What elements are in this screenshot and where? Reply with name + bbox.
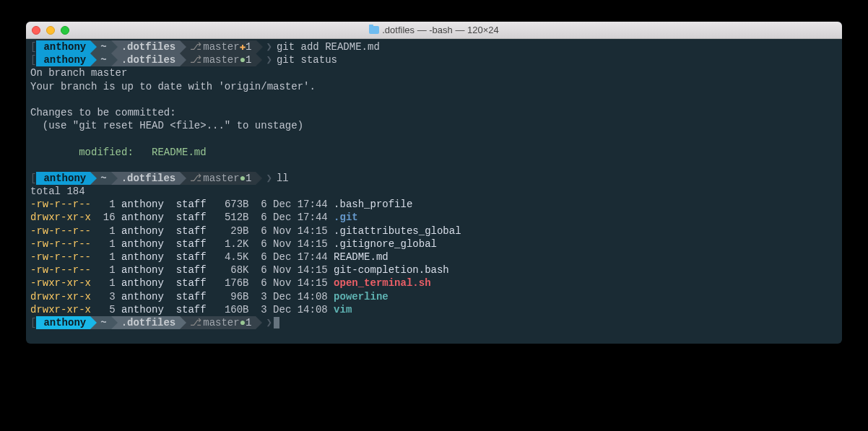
window-title-text: .dotfiles — -bash — 120×24 xyxy=(382,25,499,35)
prompt-dir: .dotfiles xyxy=(111,40,181,53)
file-name: open_terminal.sh xyxy=(334,277,430,289)
terminal-body[interactable]: [ anthony ~ .dotfiles ⎇ master ✚ 1 ❯ git… xyxy=(26,39,842,344)
file-row: -rw-r--r-- 1 anthony staff 673B 6 Dec 17… xyxy=(30,198,838,211)
branch-icon: ⎇ xyxy=(190,53,201,66)
branch-icon: ⎇ xyxy=(190,316,201,329)
prompt-user: anthony xyxy=(36,40,90,53)
file-name: .bash_profile xyxy=(334,199,412,210)
output-line: On branch master xyxy=(30,66,127,79)
titlebar[interactable]: .dotfiles — -bash — 120×24 xyxy=(26,22,842,39)
prompt-line-active: [ anthony ~ .dotfiles ⎇ master ● 1 ❯ xyxy=(30,316,838,329)
prompt-dir: .dotfiles xyxy=(111,53,181,66)
file-row: drwxr-xr-x 3 anthony staff 96B 3 Dec 14:… xyxy=(30,290,838,303)
terminal-window: .dotfiles — -bash — 120×24 [ anthony ~ .… xyxy=(26,22,842,344)
prompt-git: ⎇ master ● 1 xyxy=(180,53,256,66)
prompt-line: [ anthony ~ .dotfiles ⎇ master ✚ 1 ❯ git… xyxy=(30,40,838,53)
output-line: (use "git reset HEAD <file>..." to unsta… xyxy=(30,119,303,132)
prompt-line: [ anthony ~ .dotfiles ⎇ master ● 1 ❯ ll xyxy=(30,172,838,185)
prompt-git: ⎇ master ● 1 xyxy=(180,172,256,185)
prompt-git: ⎇ master ✚ 1 xyxy=(180,40,256,53)
file-row: -rwxr-xr-x 1 anthony staff 176B 6 Nov 14… xyxy=(30,277,838,289)
prompt-user: anthony xyxy=(36,53,90,66)
blank-line xyxy=(30,159,838,172)
output-line: modified: README.md xyxy=(30,146,207,159)
file-name: powerline xyxy=(334,291,389,302)
file-row: drwxr-xr-x 16 anthony staff 512B 6 Dec 1… xyxy=(30,211,838,224)
output-line: Changes to be committed: xyxy=(30,106,176,119)
prompt-user: anthony xyxy=(36,172,90,185)
cursor xyxy=(274,317,279,328)
command-text: ll xyxy=(277,172,289,185)
file-name: git-completion.bash xyxy=(334,264,449,276)
prompt-dir: .dotfiles xyxy=(111,172,181,185)
output-line: total 184 xyxy=(30,185,85,198)
file-row: -rw-r--r-- 1 anthony staff 68K 6 Nov 14:… xyxy=(30,264,838,277)
output-line: Your branch is up to date with 'origin/m… xyxy=(30,80,316,93)
file-row: -rw-r--r-- 1 anthony staff 29B 6 Nov 14:… xyxy=(30,225,838,238)
minimize-button[interactable] xyxy=(46,26,55,35)
file-row: -rw-r--r-- 1 anthony staff 1.2K 6 Nov 14… xyxy=(30,238,838,251)
zoom-button[interactable] xyxy=(61,26,69,35)
branch-icon: ⎇ xyxy=(190,40,201,53)
blank-line xyxy=(30,132,838,145)
prompt-user: anthony xyxy=(36,316,90,329)
file-name: .gitattributes_global xyxy=(334,225,461,237)
prompt-dir: .dotfiles xyxy=(111,316,181,329)
file-name: vim xyxy=(334,304,352,315)
file-name: README.md xyxy=(334,251,389,263)
blank-line xyxy=(30,93,838,106)
branch-icon: ⎇ xyxy=(190,172,201,185)
file-row: drwxr-xr-x 5 anthony staff 160B 3 Dec 14… xyxy=(30,303,838,316)
file-name: .gitignore_global xyxy=(334,238,437,250)
file-row: -rw-r--r-- 1 anthony staff 4.5K 6 Dec 17… xyxy=(30,251,838,264)
folder-icon xyxy=(369,26,379,34)
traffic-lights xyxy=(32,26,69,35)
command-text: git add README.md xyxy=(277,40,380,53)
prompt-git: ⎇ master ● 1 xyxy=(180,316,256,329)
command-text: git status xyxy=(277,53,337,66)
close-button[interactable] xyxy=(32,26,40,35)
file-name: .git xyxy=(334,212,358,223)
prompt-line: [ anthony ~ .dotfiles ⎇ master ● 1 ❯ git… xyxy=(30,53,838,66)
file-listing: -rw-r--r-- 1 anthony staff 673B 6 Dec 17… xyxy=(30,198,838,316)
window-title: .dotfiles — -bash — 120×24 xyxy=(26,25,842,35)
